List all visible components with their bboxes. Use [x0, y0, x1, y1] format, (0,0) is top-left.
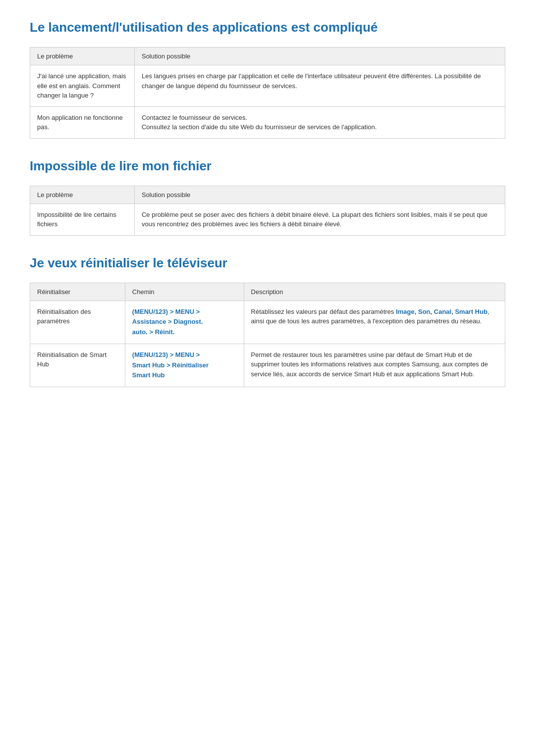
problem-text: J'ai lancé une application, mais elle es…	[37, 72, 126, 99]
table-fichier: Le problème Solution possible Impossibil…	[30, 186, 505, 236]
solution-cell: Les langues prises en charge par l'appli…	[134, 65, 505, 107]
table-header-solution-1: Solution possible	[134, 48, 505, 65]
table-header-solution-2: Solution possible	[134, 186, 505, 203]
table-header-chemin: Chemin	[125, 283, 244, 301]
assistance-text: Assistance	[132, 318, 166, 325]
table-row: Réinitialisation de Smart Hub (MENU/123)…	[30, 344, 505, 387]
chemin-cell: (MENU/123) > MENU > Smart Hub > Réinitia…	[125, 344, 244, 387]
table-header-description: Description	[244, 283, 505, 301]
problem-cell: J'ai lancé une application, mais elle es…	[30, 65, 135, 107]
section-title-fichier: Impossible de lire mon fichier	[30, 158, 505, 174]
problem-text: Impossibilité de lire certains fichiers	[37, 211, 116, 228]
chemin-cell: (MENU/123) > MENU > Assistance > Diagnos…	[125, 301, 244, 344]
bold-params: Image, Son, Canal, Smart Hub	[396, 308, 487, 315]
reinit-cell: Réinitialisation des paramètres	[30, 301, 125, 344]
solution-cell: Ce problème peut se poser avec des fichi…	[134, 203, 505, 235]
table-row: J'ai lancé une application, mais elle es…	[30, 65, 505, 107]
table-header-problem-2: Le problème	[30, 186, 135, 203]
problem-cell: Mon application ne fonctionne pas.	[30, 106, 135, 138]
description-cell: Rétablissez les valeurs par défaut des p…	[244, 301, 505, 344]
section-reinitialiser: Je veux réinitialiser le téléviseur Réin…	[30, 255, 505, 388]
description-cell: Permet de restaurer tous les paramètres …	[244, 344, 505, 387]
table-applications: Le problème Solution possible J'ai lancé…	[30, 47, 505, 139]
table-row: Impossibilité de lire certains fichiers …	[30, 203, 505, 235]
section-title-applications: Le lancement/l'utilisation des applicati…	[30, 20, 505, 35]
reinit-label: Réinitialisation de Smart Hub	[37, 351, 107, 368]
table-header-problem-1: Le problème	[30, 48, 135, 65]
solution-cell: Contactez le fournisseur de services. Co…	[134, 106, 505, 138]
section-applications: Le lancement/l'utilisation des applicati…	[30, 20, 505, 139]
section-fichier: Impossible de lire mon fichier Le problè…	[30, 158, 505, 236]
problem-text: Mon application ne fonctionne pas.	[37, 114, 123, 131]
reinit-cell: Réinitialisation de Smart Hub	[30, 344, 125, 387]
table-reinitialiser: Réinitialiser Chemin Description Réiniti…	[30, 283, 505, 388]
problem-cell: Impossibilité de lire certains fichiers	[30, 203, 135, 235]
reinit-label: Réinitialisation des paramètres	[37, 308, 91, 325]
table-row: Mon application ne fonctionne pas. Conta…	[30, 106, 505, 138]
table-row: Réinitialisation des paramètres (MENU/12…	[30, 301, 505, 344]
table-header-reinit: Réinitialiser	[30, 283, 125, 301]
section-title-reinitialiser: Je veux réinitialiser le téléviseur	[30, 255, 505, 271]
